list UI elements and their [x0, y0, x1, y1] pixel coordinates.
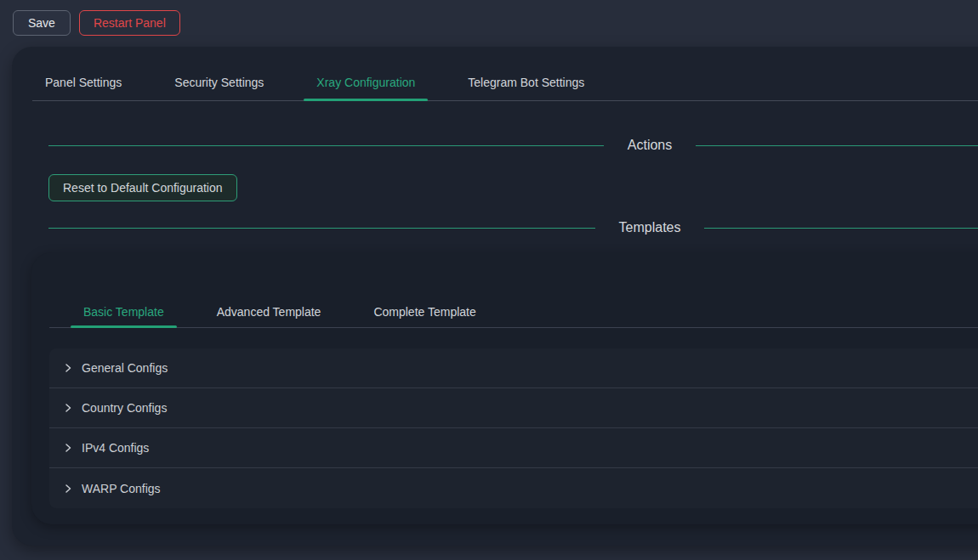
topbar: Save Restart Panel [0, 0, 978, 47]
collapse-item-general-configs[interactable]: General Configs [49, 348, 978, 388]
templates-divider: Templates [48, 218, 978, 238]
reset-default-configuration-button[interactable]: Reset to Default Configuration [48, 174, 237, 201]
collapse-item-label: General Configs [82, 361, 168, 375]
chevron-right-icon [63, 484, 73, 494]
tab-complete-template[interactable]: Complete Template [361, 297, 488, 327]
divider-line [48, 145, 604, 146]
collapse-item-country-configs[interactable]: Country Configs [49, 388, 978, 428]
restart-panel-button[interactable]: Restart Panel [79, 10, 180, 36]
app-root: Save Restart Panel Panel Settings Securi… [0, 0, 978, 560]
collapse-item-warp-configs[interactable]: WARP Configs [49, 468, 978, 508]
templates-divider-label: Templates [595, 220, 705, 235]
collapse-item-label: IPv4 Configs [82, 441, 149, 455]
chevron-right-icon [63, 403, 73, 413]
settings-card: Panel Settings Security Settings Xray Co… [12, 47, 978, 546]
actions-divider-label: Actions [604, 138, 696, 153]
tab-xray-configuration[interactable]: Xray Configuration [304, 64, 428, 100]
save-button[interactable]: Save [13, 10, 71, 36]
divider-line [704, 228, 978, 229]
settings-tabbar: Panel Settings Security Settings Xray Co… [32, 47, 978, 101]
collapse-item-ipv4-configs[interactable]: IPv4 Configs [49, 428, 978, 468]
templates-tabbar: Basic Template Advanced Template Complet… [49, 252, 978, 328]
tab-advanced-template[interactable]: Advanced Template [204, 297, 334, 327]
divider-line [48, 228, 595, 229]
templates-card: Basic Template Advanced Template Complet… [31, 252, 978, 524]
tab-panel-settings[interactable]: Panel Settings [32, 64, 134, 100]
chevron-right-icon [63, 443, 73, 453]
xray-configuration-panel: Actions Reset to Default Configuration T… [12, 135, 978, 238]
actions-divider: Actions [48, 135, 978, 156]
divider-line [696, 145, 978, 146]
tab-telegram-bot-settings[interactable]: Telegram Bot Settings [455, 64, 597, 100]
tab-basic-template[interactable]: Basic Template [71, 297, 177, 327]
tab-security-settings[interactable]: Security Settings [162, 64, 276, 100]
chevron-right-icon [63, 363, 73, 373]
configs-collapse-list: General Configs Country Configs [49, 348, 978, 508]
collapse-item-label: WARP Configs [82, 482, 161, 495]
collapse-item-label: Country Configs [82, 401, 167, 415]
